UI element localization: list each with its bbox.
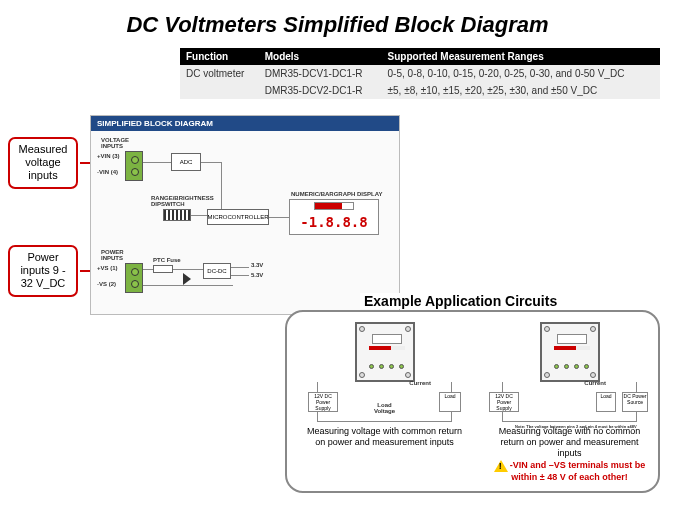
meter-bargraph	[369, 346, 405, 350]
circuit-caption-right: Measuring voltage with no common return …	[488, 426, 651, 458]
label-voltage-inputs: VOLTAGE INPUTS	[101, 137, 129, 149]
wire	[143, 285, 233, 286]
callout-power-inputs: Power inputs 9 - 32 V_DC	[8, 245, 78, 297]
adc-block: ADC	[171, 153, 201, 171]
display-block: -1.8.8.8	[289, 199, 379, 235]
callout-measured-voltage: Measured voltage inputs	[8, 137, 78, 189]
example-application-panel: 12V DC Power Supply Load Current Load Vo…	[285, 310, 660, 493]
th-function: Function	[180, 48, 259, 65]
label-dipswitch: RANGE/BRIGHTNESS DIPSWITCH	[151, 195, 214, 207]
current-label: Current	[409, 380, 431, 386]
power-supply-box: 12V DC Power Supply	[308, 392, 338, 412]
label-ptc-fuse: PTC Fuse	[153, 257, 181, 263]
label-5v3: 5.3V	[251, 272, 263, 278]
cell-func: DC voltmeter	[180, 65, 259, 82]
cell-model: DMR35-DCV1-DC1-R	[259, 65, 382, 82]
cell-ranges: 0-5, 0-8, 0-10, 0-15, 0-20, 0-25, 0-30, …	[382, 65, 660, 82]
label-vin-plus: +VIN (3)	[97, 153, 120, 159]
diode-icon	[183, 273, 191, 285]
label-power-inputs: POWER INPUTS	[101, 249, 124, 261]
meter-icon	[355, 322, 415, 382]
wire	[173, 269, 203, 270]
warning-msg: -VIN and –VS terminals must be within ± …	[510, 461, 646, 483]
meter-display	[372, 334, 402, 344]
dcdc-block: DC-DC	[203, 263, 231, 279]
cell-func	[180, 82, 259, 99]
meter-bargraph	[554, 346, 590, 350]
meter-display	[557, 334, 587, 344]
wire	[201, 162, 221, 163]
page-title: DC Voltmeters Simplified Block Diagram	[0, 0, 675, 48]
load-box: Load	[596, 392, 616, 412]
model-table: Function Models Supported Measurement Ra…	[180, 48, 660, 99]
wire	[191, 215, 207, 216]
display-digits: -1.8.8.8	[296, 212, 371, 232]
table-row: DC voltmeter DMR35-DCV1-DC1-R 0-5, 0-8, …	[180, 65, 660, 82]
power-supply-box: 12V DC Power Supply	[489, 392, 519, 412]
label-vs-plus: +VS (1)	[97, 265, 118, 271]
block-diagram-header: SIMPLIFIED BLOCK DIAGRAM	[91, 116, 399, 131]
load-voltage-label: Load Voltage	[374, 402, 395, 414]
wire	[231, 275, 249, 276]
circuit-common-return: 12V DC Power Supply Load Current Load Vo…	[297, 322, 472, 448]
load-box: Load	[439, 392, 461, 412]
wire	[231, 267, 249, 268]
note-label: Note: The voltage between pins 2 and pin…	[515, 424, 637, 429]
meter-icon	[540, 322, 600, 382]
circuit-no-common-return: 12V DC Power Supply Load DC Power Source…	[482, 322, 657, 482]
voltage-terminal-block	[125, 151, 143, 181]
cell-ranges: ±5, ±8, ±10, ±15, ±20, ±25, ±30, and ±50…	[382, 82, 660, 99]
label-display: NUMERIC/BARGRAPH DISPLAY	[291, 191, 382, 197]
warning-text: -VIN and –VS terminals must be within ± …	[482, 460, 657, 482]
dipswitch-block	[163, 209, 191, 221]
label-vin-minus: -VIN (4)	[97, 169, 118, 175]
warning-triangle-icon	[494, 460, 508, 472]
cell-model: DMR35-DCV2-DC1-R	[259, 82, 382, 99]
dc-source-box: DC Power Source	[622, 392, 648, 412]
table-row: DMR35-DCV2-DC1-R ±5, ±8, ±10, ±15, ±20, …	[180, 82, 660, 99]
wire	[269, 217, 289, 218]
bargraph-icon	[314, 202, 354, 210]
current-label: Current	[584, 380, 606, 386]
example-title: Example Application Circuits	[360, 293, 561, 309]
power-terminal-block	[125, 263, 143, 293]
th-models: Models	[259, 48, 382, 65]
th-ranges: Supported Measurement Ranges	[382, 48, 660, 65]
block-diagram-panel: SIMPLIFIED BLOCK DIAGRAM VOLTAGE INPUTS …	[90, 115, 400, 315]
microcontroller-block: MICROCONTROLLER	[207, 209, 269, 225]
ptc-fuse-block	[153, 265, 173, 273]
label-3v3: 3.3V	[251, 262, 263, 268]
wire	[143, 162, 171, 163]
wire	[143, 269, 153, 270]
label-vs-minus: -VS (2)	[97, 281, 116, 287]
circuit-caption-left: Measuring voltage with common return on …	[303, 426, 466, 448]
